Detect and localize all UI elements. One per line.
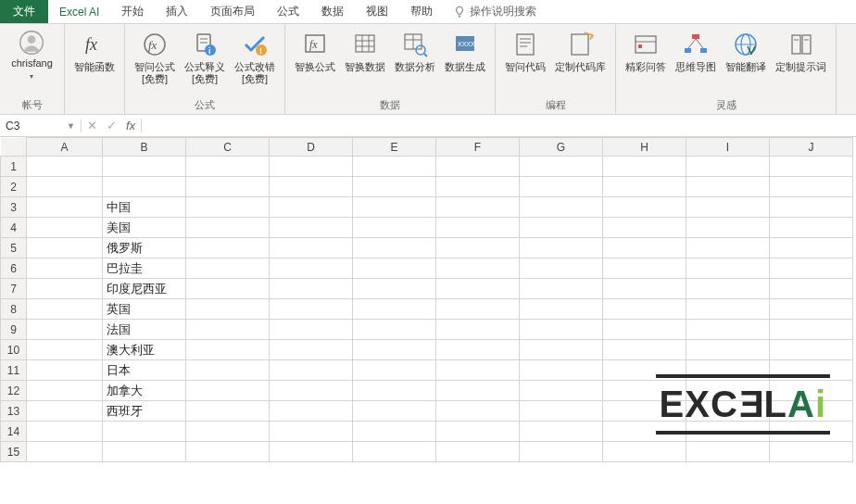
cell-C14[interactable] [186, 422, 270, 442]
row-head-12[interactable]: 12 [1, 381, 27, 401]
cell-I8[interactable] [686, 299, 770, 320]
cell-D5[interactable] [270, 238, 353, 258]
cell-J12[interactable] [770, 381, 853, 401]
cell-J3[interactable] [770, 197, 853, 218]
tab-help[interactable]: 帮助 [399, 0, 444, 23]
cell-E2[interactable] [353, 177, 436, 197]
cell-A8[interactable] [27, 299, 103, 320]
cell-D9[interactable] [270, 320, 353, 340]
cell-E3[interactable] [353, 197, 436, 218]
cell-C4[interactable] [186, 218, 270, 238]
cell-D4[interactable] [270, 218, 353, 238]
cell-H5[interactable] [603, 238, 686, 258]
cell-I7[interactable] [686, 279, 770, 299]
cell-A14[interactable] [27, 422, 103, 442]
cell-G9[interactable] [520, 320, 603, 340]
col-head-C[interactable]: C [186, 138, 270, 157]
explain-formula-button[interactable]: i 公式释义 [免费] [181, 28, 229, 87]
cell-F12[interactable] [436, 381, 520, 401]
translate-button[interactable]: 智能翻译 [722, 28, 770, 75]
col-head-D[interactable]: D [270, 138, 353, 157]
tab-excel-ai[interactable]: Excel AI [48, 0, 110, 23]
cell-B7[interactable]: 印度尼西亚 [103, 279, 186, 299]
cell-I10[interactable] [686, 340, 770, 360]
cell-G14[interactable] [520, 422, 603, 442]
cell-C3[interactable] [186, 197, 270, 218]
cell-A1[interactable] [27, 157, 103, 177]
swap-data-button[interactable]: 智换数据 [341, 28, 389, 75]
cell-H8[interactable] [603, 299, 686, 320]
cell-B12[interactable]: 加拿大 [103, 381, 186, 401]
cell-G15[interactable] [520, 442, 603, 462]
tab-home[interactable]: 开始 [110, 0, 155, 23]
cell-D12[interactable] [270, 381, 353, 401]
cell-G13[interactable] [520, 401, 603, 422]
cell-A7[interactable] [27, 279, 103, 299]
cell-C13[interactable] [186, 401, 270, 422]
cell-E8[interactable] [353, 299, 436, 320]
cell-A15[interactable] [27, 442, 103, 462]
cell-H2[interactable] [603, 177, 686, 197]
row-head-11[interactable]: 11 [1, 360, 27, 381]
row-head-2[interactable]: 2 [1, 177, 27, 197]
cell-I5[interactable] [686, 238, 770, 258]
analyze-data-button[interactable]: 数据分析 [391, 28, 439, 75]
cell-F11[interactable] [436, 360, 520, 381]
cell-B6[interactable]: 巴拉圭 [103, 258, 186, 279]
cell-B9[interactable]: 法国 [103, 320, 186, 340]
cell-G5[interactable] [520, 238, 603, 258]
cell-H9[interactable] [603, 320, 686, 340]
cell-E6[interactable] [353, 258, 436, 279]
account-button[interactable]: chrisfang▾ [7, 28, 57, 84]
cell-D1[interactable] [270, 157, 353, 177]
tab-insert[interactable]: 插入 [155, 0, 199, 23]
cell-F10[interactable] [436, 340, 520, 360]
custom-prompt-button[interactable]: 定制提示词 [772, 28, 830, 75]
cell-H7[interactable] [603, 279, 686, 299]
cell-J9[interactable] [770, 320, 853, 340]
cell-F7[interactable] [436, 279, 520, 299]
cell-I9[interactable] [686, 320, 770, 340]
cell-I15[interactable] [686, 442, 770, 462]
cell-I1[interactable] [686, 157, 770, 177]
row-head-13[interactable]: 13 [1, 401, 27, 422]
generate-data-button[interactable]: XXXX 数据生成 [441, 28, 489, 75]
cell-A5[interactable] [27, 238, 103, 258]
cell-B8[interactable]: 英国 [103, 299, 186, 320]
cell-H15[interactable] [603, 442, 686, 462]
cell-A6[interactable] [27, 258, 103, 279]
cell-E13[interactable] [353, 401, 436, 422]
cell-J5[interactable] [770, 238, 853, 258]
cell-F1[interactable] [436, 157, 520, 177]
row-head-15[interactable]: 15 [1, 442, 27, 462]
cell-I11[interactable] [686, 360, 770, 381]
cell-J2[interactable] [770, 177, 853, 197]
cell-I3[interactable] [686, 197, 770, 218]
cell-B15[interactable] [103, 442, 186, 462]
tab-formulas[interactable]: 公式 [266, 0, 310, 23]
formula-input[interactable] [142, 115, 856, 136]
cell-D11[interactable] [270, 360, 353, 381]
cell-A11[interactable] [27, 360, 103, 381]
tab-data[interactable]: 数据 [310, 0, 355, 23]
cell-E4[interactable] [353, 218, 436, 238]
row-head-3[interactable]: 3 [1, 197, 27, 218]
cell-B11[interactable]: 日本 [103, 360, 186, 381]
cell-J1[interactable] [770, 157, 853, 177]
col-head-E[interactable]: E [353, 138, 436, 157]
row-head-5[interactable]: 5 [1, 238, 27, 258]
cell-A2[interactable] [27, 177, 103, 197]
cell-B4[interactable]: 美国 [103, 218, 186, 238]
cell-D14[interactable] [270, 422, 353, 442]
cell-G7[interactable] [520, 279, 603, 299]
cell-H13[interactable] [603, 401, 686, 422]
tab-page-layout[interactable]: 页面布局 [199, 0, 266, 23]
cell-C6[interactable] [186, 258, 270, 279]
name-box-dropdown-icon[interactable]: ▼ [67, 121, 75, 131]
cell-G8[interactable] [520, 299, 603, 320]
cell-J8[interactable] [770, 299, 853, 320]
select-all-corner[interactable] [1, 138, 27, 157]
cell-F6[interactable] [436, 258, 520, 279]
cell-D8[interactable] [270, 299, 353, 320]
cell-B14[interactable] [103, 422, 186, 442]
